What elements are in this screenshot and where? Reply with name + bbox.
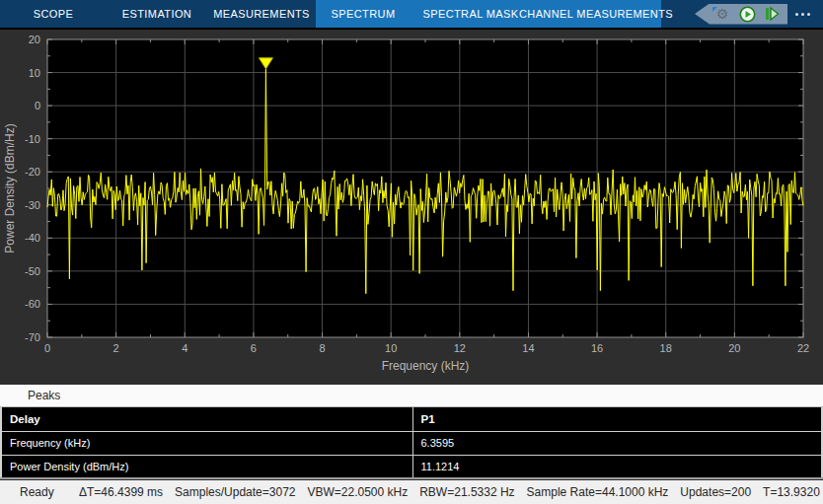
step-forward-icon [766, 8, 769, 20]
x-tick-label: 18 [660, 342, 672, 354]
spectrum-plot-region[interactable]: 0246810121416182022-70-60-50-40-30-20-10… [0, 30, 823, 385]
status-ready-label: Ready [20, 485, 79, 499]
peaks-panel-header[interactable]: Peaks [0, 385, 823, 407]
y-tick-label: -60 [25, 298, 40, 310]
y-tick-label: -30 [25, 199, 40, 211]
stat-delta-t: ΔT=46.4399 ms [79, 485, 163, 499]
col-p1-header: P1 [412, 407, 822, 431]
peaks-title: Peaks [28, 389, 60, 402]
spectrum-plot[interactable]: 0246810121416182022-70-60-50-40-30-20-10… [0, 30, 823, 385]
frequency-metric-label: Frequency (kHz) [1, 431, 412, 455]
table-row-frequency: Frequency (kHz) 6.3595 [1, 431, 822, 455]
status-stats: ΔT=46.4399 ms Samples/Update=3072 VBW=22… [79, 485, 820, 499]
playback-controls-banner: ⚙ [695, 4, 787, 25]
spectrum-analyzer-window: SCOPE ESTIMATION MEASUREMENTS SPECTRUM S… [0, 0, 823, 504]
x-tick-label: 12 [454, 342, 466, 354]
stat-sample-rate: Sample Rate=44.1000 kHz [527, 485, 669, 499]
y-tick-label: -40 [25, 232, 40, 244]
peaks-table: Delay P1 Frequency (kHz) 6.3595 Power De… [0, 407, 823, 479]
y-tick-label: -20 [25, 166, 40, 178]
y-tick-label: -50 [25, 265, 40, 277]
y-tick-label: -10 [25, 133, 40, 145]
stat-samples-per-update: Samples/Update=3072 [175, 485, 295, 499]
tab-spectrum[interactable]: SPECTRUM [316, 0, 411, 28]
peaks-table-header-row: Delay P1 [1, 407, 822, 431]
stat-updates: Updates=200 [680, 485, 751, 499]
status-bar: Ready ΔT=46.4399 ms Samples/Update=3072 … [0, 480, 823, 504]
y-tick-label: 0 [35, 100, 40, 111]
more-options-button[interactable] [787, 4, 817, 25]
x-tick-label: 16 [591, 342, 603, 354]
ellipsis-icon [795, 13, 798, 16]
playback-controls: ⚙ [695, 0, 823, 28]
stat-rbw: RBW=21.5332 Hz [419, 485, 514, 499]
x-tick-label: 4 [182, 342, 187, 354]
x-tick-label: 14 [522, 342, 534, 354]
toolbar: SCOPE ESTIMATION MEASUREMENTS SPECTRUM S… [0, 0, 823, 28]
step-forward-button[interactable] [765, 6, 780, 22]
x-tick-label: 0 [44, 342, 50, 354]
tab-channel-measurements[interactable]: CHANNEL MEASUREMENTS [531, 0, 661, 28]
run-button[interactable] [739, 6, 756, 23]
y-tick-label: 10 [29, 67, 40, 79]
frequency-metric-value: 6.3595 [412, 431, 822, 455]
col-delay-header: Delay [1, 407, 412, 431]
tab-spectral-mask[interactable]: SPECTRAL MASK [411, 0, 531, 28]
power-density-metric-value: 11.1214 [412, 455, 822, 478]
table-row-power-density: Power Density (dBm/Hz) 11.1214 [1, 455, 822, 478]
y-axis-label: Power Density (dBm/Hz) [3, 123, 17, 252]
stat-vbw: VBW=22.0500 kHz [307, 485, 408, 499]
gear-icon: ⚙ [716, 6, 729, 22]
tab-estimation[interactable]: ESTIMATION [107, 0, 207, 28]
x-axis-label: Frequency (kHz) [382, 359, 470, 373]
step-back-arrow-icon [712, 7, 717, 12]
power-density-metric-label: Power Density (dBm/Hz) [1, 455, 412, 478]
tab-scope[interactable]: SCOPE [0, 0, 107, 28]
tab-measurements[interactable]: MEASUREMENTS [207, 0, 316, 28]
y-tick-label: -70 [25, 331, 40, 343]
stat-time: T=13.9320 [763, 485, 820, 499]
x-tick-label: 6 [251, 342, 257, 354]
x-tick-label: 2 [113, 342, 119, 354]
x-tick-label: 20 [728, 342, 740, 354]
x-tick-label: 8 [319, 342, 325, 354]
x-tick-label: 10 [385, 342, 397, 354]
y-tick-label: 20 [29, 34, 40, 45]
x-tick-label: 22 [797, 342, 809, 354]
step-back-button[interactable]: ⚙ [714, 6, 730, 22]
